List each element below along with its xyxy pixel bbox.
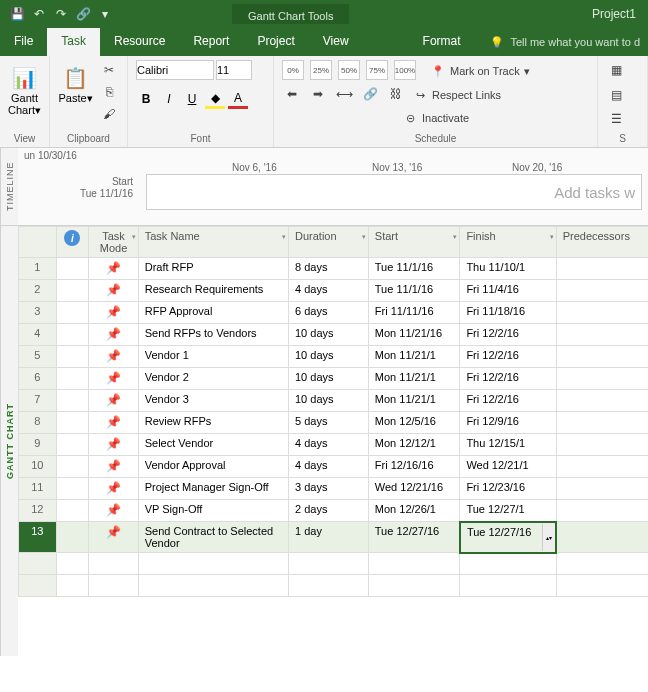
cell-duration[interactable]: 6 days <box>288 302 368 324</box>
cell-duration[interactable]: 3 days <box>288 478 368 500</box>
cell-duration[interactable]: 4 days <box>288 456 368 478</box>
indent-icon[interactable]: ➡ <box>308 84 328 104</box>
table-row[interactable]: 10📌Vendor Approval4 daysFri 12/16/16Wed … <box>19 456 649 478</box>
cell-taskmode[interactable]: 📌 <box>89 434 138 456</box>
cell-taskname[interactable]: Draft RFP <box>138 258 288 280</box>
col-taskmode[interactable]: Task Mode▾ <box>89 227 138 258</box>
cell-taskmode[interactable]: 📌 <box>89 368 138 390</box>
cell-predecessors[interactable] <box>556 280 648 302</box>
pct-75[interactable]: 75% <box>366 60 388 80</box>
col-indicator[interactable]: i <box>56 227 89 258</box>
table-row[interactable]: 9📌Select Vendor4 daysMon 12/12/1Thu 12/1… <box>19 434 649 456</box>
cell-rownum[interactable]: 5 <box>19 346 57 368</box>
save-icon[interactable]: 💾 <box>8 5 26 23</box>
table-row-empty[interactable] <box>19 553 649 575</box>
cell-start[interactable]: Tue 12/27/16 <box>368 522 460 553</box>
cell-taskname[interactable]: Vendor 3 <box>138 390 288 412</box>
col-rownum[interactable] <box>19 227 57 258</box>
cell-taskname[interactable]: Research Requirements <box>138 280 288 302</box>
background-color-button[interactable]: ◆ <box>205 89 225 109</box>
cell-duration[interactable]: 10 days <box>288 324 368 346</box>
col-duration[interactable]: Duration▾ <box>288 227 368 258</box>
pct-100[interactable]: 100% <box>394 60 416 80</box>
cell-taskname[interactable]: Select Vendor <box>138 434 288 456</box>
cell-predecessors[interactable] <box>556 258 648 280</box>
spinner-icon[interactable]: ▴▾ <box>542 524 554 551</box>
cell-taskname[interactable]: Review RFPs <box>138 412 288 434</box>
tab-project[interactable]: Project <box>243 28 308 56</box>
cell-finish[interactable]: Fri 11/18/16 <box>460 302 556 324</box>
cell-rownum[interactable]: 1 <box>19 258 57 280</box>
cell-finish[interactable]: Fri 11/4/16 <box>460 280 556 302</box>
cell-start[interactable]: Mon 12/26/1 <box>368 500 460 522</box>
table-row[interactable]: 8📌Review RFPs5 daysMon 12/5/16Fri 12/9/1… <box>19 412 649 434</box>
cell-indicator[interactable] <box>56 456 89 478</box>
cell-predecessors[interactable] <box>556 324 648 346</box>
cell-indicator[interactable] <box>56 478 89 500</box>
cell-rownum[interactable]: 7 <box>19 390 57 412</box>
cell-indicator[interactable] <box>56 368 89 390</box>
italic-button[interactable]: I <box>159 89 179 109</box>
table-row[interactable]: 6📌Vendor 210 daysMon 11/21/1Fri 12/2/16 <box>19 368 649 390</box>
col-finish[interactable]: Finish▾ <box>460 227 556 258</box>
cell-taskmode[interactable]: 📌 <box>89 324 138 346</box>
cell-start[interactable]: Mon 11/21/1 <box>368 346 460 368</box>
cell-predecessors[interactable] <box>556 346 648 368</box>
cell-indicator[interactable] <box>56 346 89 368</box>
table-row-empty[interactable] <box>19 575 649 597</box>
cell-finish[interactable]: Wed 12/21/1 <box>460 456 556 478</box>
cell-rownum[interactable]: 10 <box>19 456 57 478</box>
cell-taskmode[interactable]: 📌 <box>89 522 138 553</box>
cell-taskmode[interactable]: 📌 <box>89 280 138 302</box>
cell-taskmode[interactable]: 📌 <box>89 500 138 522</box>
cell-rownum[interactable]: 8 <box>19 412 57 434</box>
cell-indicator[interactable] <box>56 500 89 522</box>
cell-finish[interactable]: Fri 12/9/16 <box>460 412 556 434</box>
cell-start[interactable]: Mon 11/21/16 <box>368 324 460 346</box>
font-color-button[interactable]: A <box>228 89 248 109</box>
cell-duration[interactable]: 4 days <box>288 280 368 302</box>
cell-taskmode[interactable]: 📌 <box>89 412 138 434</box>
pct-0[interactable]: 0% <box>282 60 304 80</box>
cell-finish[interactable]: Fri 12/2/16 <box>460 390 556 412</box>
tab-format[interactable]: Format <box>409 28 475 56</box>
cell-rownum[interactable]: 13 <box>19 522 57 553</box>
cell-predecessors[interactable] <box>556 368 648 390</box>
cell-start[interactable]: Mon 11/21/1 <box>368 390 460 412</box>
tab-resource[interactable]: Resource <box>100 28 179 56</box>
cell-finish[interactable]: Thu 11/10/1 <box>460 258 556 280</box>
cut-icon[interactable]: ✂ <box>99 60 119 80</box>
font-name-select[interactable] <box>136 60 214 80</box>
cell-rownum[interactable]: 3 <box>19 302 57 324</box>
cell-taskmode[interactable]: 📌 <box>89 390 138 412</box>
cell-finish[interactable]: Fri 12/2/16 <box>460 368 556 390</box>
cell-rownum[interactable]: 4 <box>19 324 57 346</box>
tab-view[interactable]: View <box>309 28 363 56</box>
tab-task[interactable]: Task <box>47 28 100 56</box>
mark-on-track-button[interactable]: Mark on Track <box>450 65 520 77</box>
copy-icon[interactable]: ⎘ <box>99 82 119 102</box>
cell-start[interactable]: Fri 11/11/16 <box>368 302 460 324</box>
cell-taskmode[interactable]: 📌 <box>89 456 138 478</box>
cell-taskmode[interactable]: 📌 <box>89 258 138 280</box>
cell-taskname[interactable]: Send Contract to Selected Vendor <box>138 522 288 553</box>
cell-indicator[interactable] <box>56 434 89 456</box>
cell-indicator[interactable] <box>56 258 89 280</box>
cell-start[interactable]: Tue 11/1/16 <box>368 280 460 302</box>
cell-finish[interactable]: Fri 12/23/16 <box>460 478 556 500</box>
cell-start[interactable]: Tue 11/1/16 <box>368 258 460 280</box>
cell-predecessors[interactable] <box>556 434 648 456</box>
col-predecessors[interactable]: Predecessors▾ <box>556 227 648 258</box>
cell-taskname[interactable]: Vendor 2 <box>138 368 288 390</box>
pct-50[interactable]: 50% <box>338 60 360 80</box>
paste-button[interactable]: 📋 Paste▾ <box>58 60 93 105</box>
move-task-icon[interactable]: ▦ <box>606 60 626 80</box>
cell-taskmode[interactable]: 📌 <box>89 478 138 500</box>
cell-start[interactable]: Mon 12/5/16 <box>368 412 460 434</box>
timeline-add-tasks[interactable]: Add tasks w <box>146 174 642 210</box>
link-tasks-icon[interactable]: 🔗 <box>360 84 380 104</box>
cell-start[interactable]: Wed 12/21/16 <box>368 478 460 500</box>
cell-duration[interactable]: 1 day <box>288 522 368 553</box>
link-icon[interactable]: 🔗 <box>74 5 92 23</box>
cell-start[interactable]: Mon 11/21/1 <box>368 368 460 390</box>
